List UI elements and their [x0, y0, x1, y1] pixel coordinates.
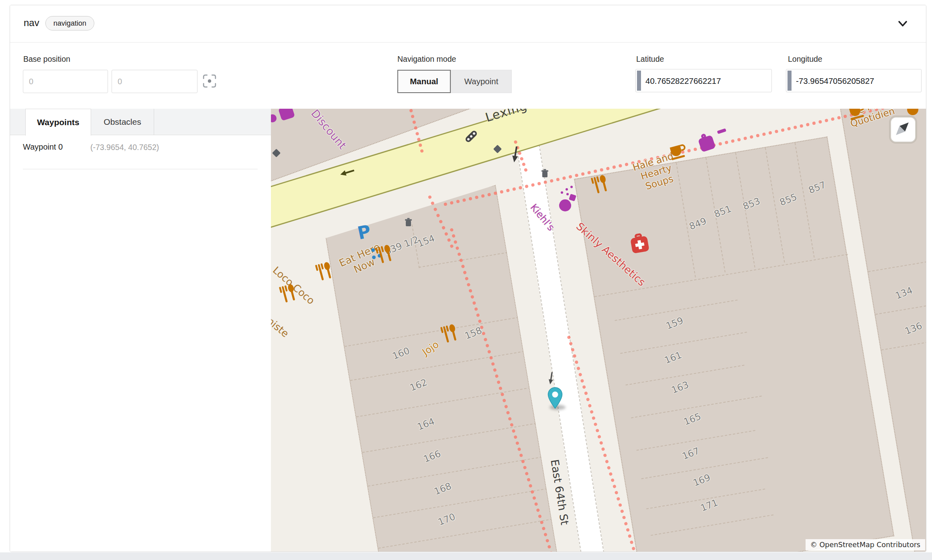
number-drag-handle[interactable]: [637, 71, 641, 91]
mode-waypoint-button[interactable]: Waypoint: [451, 70, 512, 93]
spray-dot-icon: [566, 193, 569, 195]
collapse-panel-button[interactable]: [895, 16, 910, 31]
lot-line: [651, 514, 773, 536]
row-divider: [23, 169, 258, 169]
cosmetics-icon: [559, 199, 571, 211]
house-number: 168: [433, 481, 453, 497]
lot-line: [868, 257, 926, 272]
cafe-icon: [667, 141, 688, 162]
spray-dot-icon: [570, 186, 573, 188]
lot-line: [373, 488, 547, 518]
latitude-field: [635, 69, 772, 92]
house-number: 159: [665, 315, 685, 331]
house-number: 136: [904, 320, 924, 336]
map-building: 849 851 853 855 857 159 161 163 165 167 …: [574, 136, 894, 552]
waypoint-coordinates: (-73.9654, 40.7652): [90, 143, 159, 152]
house-number: 851: [712, 203, 733, 219]
longitude-field: [786, 69, 922, 92]
lot-line: [620, 332, 747, 354]
base-position-x-input[interactable]: [23, 70, 108, 93]
lot-line: [875, 299, 926, 315]
lot-line: [881, 334, 926, 351]
mode-manual-button[interactable]: Manual: [397, 70, 451, 93]
controls-row: Base position Navigation mode Manual Way…: [10, 43, 926, 109]
panel-header: nav navigation: [10, 5, 926, 43]
house-number: 161: [663, 349, 683, 365]
healthcare-icon: [630, 236, 649, 254]
place-label-botaniste: taniste: [271, 308, 291, 340]
house-number: 163: [670, 379, 690, 395]
map-marker-icon[interactable]: [547, 387, 563, 409]
lot-line: [362, 423, 536, 453]
base-position-label: Base position: [23, 55, 70, 64]
house-number: 160: [391, 345, 411, 361]
house-number: 162: [408, 377, 428, 393]
page-bottom-strip: [0, 552, 932, 560]
shop-icon: [717, 128, 726, 134]
house-number: 164: [416, 416, 436, 432]
lot-line: [368, 457, 542, 487]
house-number: 167: [681, 445, 701, 461]
cosmetics-icon: [569, 194, 576, 201]
base-position-y-input[interactable]: [112, 70, 197, 93]
lot-line: [378, 519, 552, 549]
tab-divider: [154, 109, 154, 135]
map-canvas[interactable]: 839 1/2 154 158 160 162 164 166 168 170: [271, 109, 926, 552]
compass-button[interactable]: [890, 117, 916, 142]
latitude-input[interactable]: [645, 69, 771, 93]
chevron-down-icon: [895, 16, 910, 31]
house-number: 855: [778, 191, 798, 207]
waste-basket-icon: [541, 169, 549, 178]
latitude-label: Latitude: [636, 55, 664, 64]
spray-dot-icon: [561, 191, 563, 194]
navigation-badge: navigation: [45, 16, 94, 30]
house-number: 853: [741, 196, 761, 212]
house-number: 170: [437, 511, 457, 527]
house-number: 134: [894, 285, 914, 301]
longitude-label: Longitude: [788, 55, 822, 64]
waypoint-name: Waypoint 0: [23, 142, 63, 152]
spray-dot-icon: [566, 188, 568, 191]
compass-needle-icon: [891, 118, 914, 140]
crosshair-icon: [202, 74, 217, 88]
house-number: 169: [692, 472, 712, 488]
map-attribution: © OpenStreetMap Contributors: [806, 539, 926, 550]
content-area: Waypoints Obstacles Waypoint 0 (-73.9654…: [10, 109, 926, 552]
house-number: 154: [416, 233, 436, 249]
house-number: 166: [422, 448, 442, 464]
house-number: 165: [682, 411, 702, 427]
house-number: 857: [807, 179, 827, 195]
house-number: 849: [688, 215, 708, 231]
tab-bar: Waypoints Obstacles: [10, 109, 271, 135]
sidebar: Waypoints Obstacles Waypoint 0 (-73.9654…: [10, 109, 271, 552]
navigation-mode-label: Navigation mode: [397, 55, 456, 64]
map-building: 839 1/2 154 158 160 162 164 166 168 170: [322, 185, 557, 552]
longitude-input[interactable]: [795, 69, 921, 93]
tab-waypoints[interactable]: Waypoints: [25, 109, 91, 136]
waste-basket-icon: [404, 218, 413, 227]
number-drag-handle[interactable]: [788, 71, 792, 91]
navigation-panel: nav navigation Base position Navigation …: [10, 5, 926, 552]
panel-title: nav: [24, 17, 39, 28]
pick-base-position-button[interactable]: [202, 74, 217, 89]
tab-obstacles[interactable]: Obstacles: [91, 109, 154, 135]
